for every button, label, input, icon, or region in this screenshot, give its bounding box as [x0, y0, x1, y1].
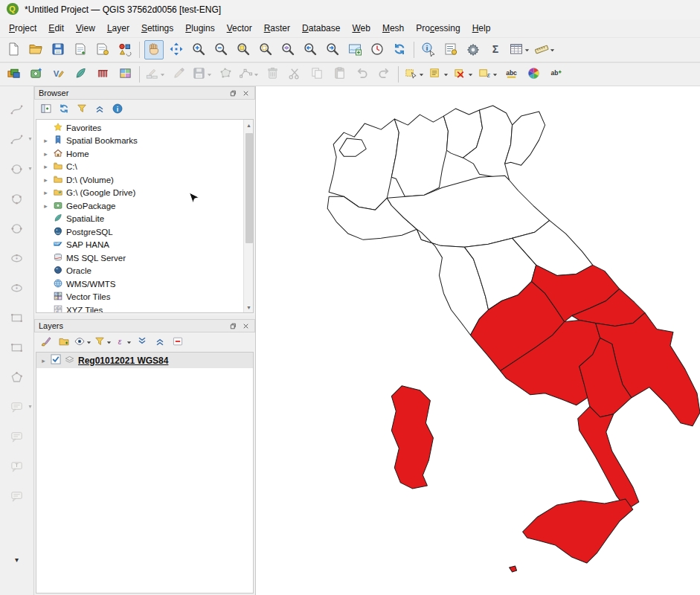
filter-by-expression-button[interactable]: ε: [114, 335, 132, 350]
open-project-button[interactable]: [26, 40, 45, 60]
browser-item-spatial-bookmarks[interactable]: ▸Spatial Bookmarks: [36, 135, 243, 148]
menu-layer[interactable]: Layer: [101, 21, 135, 36]
open-attribute-table-button[interactable]: [508, 40, 530, 60]
chevron-right-icon[interactable]: ▸: [42, 202, 50, 210]
filter-legend-button[interactable]: [94, 335, 112, 350]
dropdown-arrow-icon[interactable]: [106, 340, 112, 345]
browser-item-home[interactable]: ▸Home: [36, 147, 243, 161]
browser-item-ms-sql-server[interactable]: MS SQL Server: [36, 251, 243, 265]
dropdown-arrow-icon[interactable]: ▾: [28, 165, 31, 172]
manage-map-themes-button[interactable]: [74, 335, 91, 350]
browser-item-spatialite[interactable]: SpatiaLite: [36, 213, 243, 226]
menu-processing[interactable]: Processing: [410, 21, 466, 36]
save-project-button[interactable]: [48, 40, 68, 60]
collapse-all-button[interactable]: [91, 102, 107, 118]
dropdown-arrow-icon[interactable]: [253, 72, 259, 77]
chevron-right-icon[interactable]: ▸: [42, 163, 50, 170]
new-spatialite-layer-button[interactable]: [71, 65, 90, 84]
browser-scrollbar[interactable]: ▲ ▼: [243, 120, 253, 312]
menu-view[interactable]: View: [70, 21, 101, 36]
deselect-features-button[interactable]: [452, 65, 474, 84]
dropdown-arrow-icon[interactable]: ▾: [28, 403, 31, 410]
float-panel-button[interactable]: [227, 321, 237, 331]
float-panel-button[interactable]: [227, 88, 237, 98]
new-virtual-layer-button[interactable]: [115, 65, 135, 84]
temporal-controller-button[interactable]: [367, 40, 387, 60]
menu-plugins[interactable]: Plugins: [179, 21, 220, 36]
refresh-browser-button[interactable]: [56, 102, 71, 118]
scroll-up-icon[interactable]: ▲: [244, 120, 254, 130]
layer-row[interactable]: ▸Reg01012021 WGS84: [36, 353, 253, 368]
dropdown-arrow-icon[interactable]: [443, 72, 449, 77]
scroll-down-icon[interactable]: ▼: [244, 302, 254, 312]
region-calabria[interactable]: [578, 407, 639, 509]
dropdown-arrow-icon[interactable]: [206, 72, 212, 77]
zoom-in-button[interactable]: [189, 40, 208, 60]
dropdown-arrow-icon[interactable]: [126, 340, 132, 345]
add-selected-layers-button[interactable]: [38, 102, 54, 118]
close-panel-button[interactable]: [240, 321, 251, 331]
remove-layer-group-button[interactable]: [170, 335, 185, 350]
browser-item-d-volume[interactable]: ▸D:\ (Volume): [36, 173, 243, 187]
menu-database[interactable]: Database: [296, 21, 346, 36]
menu-web[interactable]: Web: [346, 21, 376, 36]
menu-settings[interactable]: Settings: [135, 21, 179, 36]
browser-item-oracle[interactable]: Oracle: [36, 265, 243, 278]
zoom-full-button[interactable]: [234, 40, 253, 60]
close-panel-button[interactable]: [240, 88, 251, 98]
zoom-next-button[interactable]: [323, 40, 342, 60]
zoom-to-layer-button[interactable]: [278, 40, 298, 60]
browser-item-sap-hana[interactable]: SAPSAP HANA: [36, 239, 243, 252]
refresh-map-button[interactable]: [390, 40, 409, 60]
chevron-right-icon[interactable]: ▸: [42, 176, 50, 184]
browser-item-geopackage[interactable]: ▸GeoPackage: [36, 199, 243, 213]
show-layout-manager-button[interactable]: [93, 40, 112, 60]
scroll-thumb[interactable]: [245, 133, 253, 243]
menu-vector[interactable]: Vector: [221, 21, 258, 36]
italy-regions-map[interactable]: [256, 86, 700, 595]
expand-all-button[interactable]: [134, 335, 150, 350]
collapse-all-layers-button[interactable]: [152, 335, 167, 350]
dropdown-arrow-icon[interactable]: ▾: [28, 135, 31, 142]
label-toolbar-extra-button[interactable]: ab: [546, 65, 565, 84]
menu-mesh[interactable]: Mesh: [376, 21, 410, 36]
dropdown-arrow-icon[interactable]: [467, 72, 473, 77]
zoom-last-button[interactable]: [301, 40, 320, 60]
new-print-layout-button[interactable]: [71, 40, 90, 60]
new-shapefile-layer-button[interactable]: V: [48, 65, 68, 84]
browser-item-xyz-tiles[interactable]: xyzXYZ Tiles: [36, 303, 243, 313]
menu-raster[interactable]: Raster: [258, 21, 296, 36]
filter-browser-button[interactable]: [74, 102, 89, 118]
chevron-right-icon[interactable]: ▸: [42, 189, 50, 196]
run-feature-action-button[interactable]: [441, 40, 460, 60]
browser-item-favorites[interactable]: Favorites: [36, 121, 243, 135]
select-features-button[interactable]: [403, 65, 425, 84]
chevron-right-icon[interactable]: ▸: [42, 150, 50, 158]
region-isola-minore[interactable]: [510, 566, 517, 572]
zoom-out-button[interactable]: [211, 40, 231, 60]
pan-map-button[interactable]: [144, 40, 164, 60]
measure-line-button[interactable]: [533, 40, 556, 60]
select-by-expression-button[interactable]: ε: [477, 65, 498, 84]
new-map-view-button[interactable]: [345, 40, 365, 60]
dropdown-arrow-icon[interactable]: [524, 48, 530, 53]
toolbar-extension-button[interactable]: ▾: [15, 556, 19, 564]
open-layer-styling-panel-button[interactable]: [38, 335, 54, 350]
chevron-right-icon[interactable]: ▸: [42, 137, 50, 144]
identify-features-button[interactable]: i: [419, 40, 438, 60]
dropdown-arrow-icon[interactable]: [549, 48, 555, 53]
zoom-to-selection-button[interactable]: [256, 40, 275, 60]
browser-item-postgresql[interactable]: PostgreSQL: [36, 225, 243, 239]
show-properties-widget-button[interactable]: i: [109, 102, 125, 118]
layer-styling-button[interactable]: [524, 65, 543, 84]
new-project-button[interactable]: [4, 40, 23, 60]
dropdown-arrow-icon[interactable]: [492, 72, 498, 77]
browser-item-g-google-drive[interactable]: ▸G:\ (Google Drive): [36, 187, 243, 200]
browser-item-vector-tiles[interactable]: Vector Tiles: [36, 291, 243, 304]
dropdown-arrow-icon[interactable]: [418, 72, 424, 77]
dropdown-arrow-icon[interactable]: [159, 72, 165, 77]
add-group-button[interactable]: [56, 335, 71, 350]
layer-labeling-options-button[interactable]: abc: [501, 65, 521, 84]
map-canvas[interactable]: [256, 86, 700, 595]
region-sicilia[interactable]: [523, 499, 633, 563]
